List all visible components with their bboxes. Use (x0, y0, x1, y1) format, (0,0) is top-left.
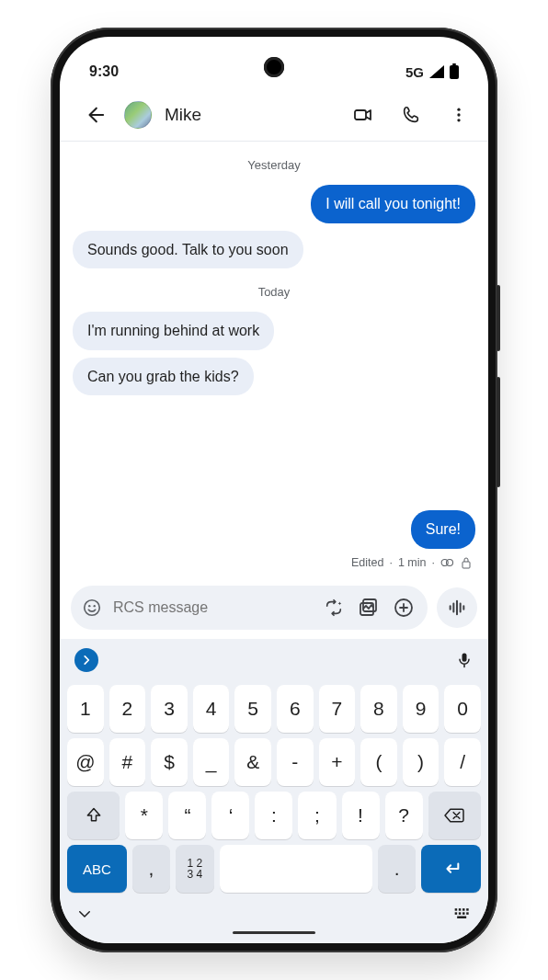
keyboard-suggestion-bar (65, 646, 483, 679)
message-in[interactable]: Sounds good. Talk to you soon (73, 231, 475, 269)
home-indicator[interactable] (233, 931, 315, 934)
message-out[interactable]: Sure! (73, 510, 475, 549)
comma-key[interactable]: , (132, 845, 171, 893)
key[interactable]: $ (151, 738, 188, 786)
message-in[interactable]: Can you grab the kids? (73, 358, 475, 396)
key[interactable]: 8 (360, 685, 397, 733)
message-bubble: I'm running behind at work (73, 312, 274, 350)
side-button-power (497, 377, 500, 487)
period-key[interactable]: . (378, 845, 417, 893)
screen: 9:30 5G Mike Yest (60, 37, 488, 943)
message-bubble: Can you grab the kids? (73, 358, 254, 396)
key[interactable]: & (234, 738, 271, 786)
phone-chassis: 9:30 5G Mike Yest (51, 28, 497, 952)
key[interactable]: ‘ (211, 792, 249, 839)
svg-rect-14 (462, 654, 467, 662)
contact-name[interactable]: Mike (165, 105, 334, 125)
svg-point-2 (457, 113, 460, 116)
key[interactable]: 1 (67, 685, 104, 733)
backspace-key[interactable] (428, 792, 481, 839)
keyboard-collapse-button[interactable] (76, 906, 93, 922)
plus-circle-icon (393, 597, 415, 619)
message-bubble: Sure! (411, 510, 475, 549)
key[interactable]: / (444, 738, 481, 786)
key[interactable]: - (277, 738, 314, 786)
key[interactable]: ( (360, 738, 397, 786)
date-separator: Today (73, 285, 475, 299)
emoji-button[interactable] (82, 598, 102, 618)
svg-point-7 (85, 600, 100, 616)
more-button[interactable] (440, 97, 477, 133)
keyboard: 1234567890 @#$_&-+()/ *“‘:;!? ABC , 1 2 … (60, 639, 488, 943)
numpad-key[interactable]: 1 2 3 4 (176, 845, 214, 893)
abc-key[interactable]: ABC (67, 845, 127, 893)
keyboard-mic-button[interactable] (455, 651, 474, 669)
compose-field[interactable] (71, 586, 428, 630)
status-time: 9:30 (89, 63, 119, 80)
arrow-left-icon (85, 105, 105, 125)
message-out[interactable]: I will call you tonight! (73, 185, 475, 223)
svg-rect-15 (455, 908, 458, 911)
date-separator: Yesterday (73, 158, 475, 172)
keyboard-footer (65, 898, 483, 926)
key[interactable]: + (319, 738, 356, 786)
avatar[interactable] (124, 101, 152, 129)
svg-rect-22 (466, 912, 469, 915)
message-thread[interactable]: Yesterday I will call you tonight! Sound… (60, 142, 488, 580)
enter-key[interactable] (421, 845, 481, 893)
compose-bar (60, 580, 488, 639)
key[interactable]: ) (403, 738, 440, 786)
svg-point-8 (88, 605, 90, 607)
key[interactable]: : (255, 792, 292, 839)
key[interactable]: ? (385, 792, 423, 839)
gallery-button[interactable] (352, 591, 385, 624)
video-icon (352, 104, 374, 126)
shift-icon (85, 806, 103, 825)
call-button[interactable] (393, 97, 429, 133)
key[interactable]: 7 (319, 685, 356, 733)
keyboard-row: @#$_&-+()/ (67, 738, 481, 786)
app-bar: Mike (60, 88, 488, 142)
key[interactable]: ; (298, 792, 336, 839)
key[interactable]: _ (193, 738, 230, 786)
key[interactable]: 6 (277, 685, 314, 733)
key[interactable]: * (125, 792, 163, 839)
backspace-icon (443, 806, 465, 825)
key[interactable]: “ (168, 792, 206, 839)
svg-point-9 (94, 605, 96, 607)
spacebar-key[interactable] (220, 845, 372, 893)
message-input[interactable] (111, 598, 308, 617)
key[interactable]: 2 (109, 685, 146, 733)
chevron-down-icon (76, 906, 93, 922)
chevron-right-icon (80, 654, 93, 667)
key[interactable]: 4 (193, 685, 230, 733)
phone-icon (401, 105, 421, 125)
more-vert-icon (450, 106, 468, 124)
voice-message-button[interactable] (437, 587, 477, 628)
keyboard-expand-button[interactable] (74, 648, 98, 672)
enter-icon (441, 859, 462, 879)
keyboard-switch-button[interactable] (453, 906, 472, 921)
svg-point-1 (457, 108, 460, 110)
message-in[interactable]: I'm running behind at work (73, 312, 475, 350)
timestamp: 1 min (398, 556, 427, 569)
back-button[interactable] (76, 97, 113, 133)
key[interactable]: 3 (151, 685, 188, 733)
svg-rect-17 (462, 908, 465, 911)
shift-key[interactable] (67, 792, 120, 839)
video-call-button[interactable] (345, 97, 382, 133)
message-meta: Edited · 1 min · (73, 556, 472, 569)
key[interactable]: 0 (444, 685, 481, 733)
key[interactable]: 5 (234, 685, 271, 733)
key[interactable]: 9 (403, 685, 440, 733)
front-camera (264, 57, 284, 77)
svg-rect-18 (466, 908, 469, 911)
key[interactable]: ! (342, 792, 380, 839)
key[interactable]: # (109, 738, 146, 786)
mic-icon (455, 651, 474, 669)
magic-compose-button[interactable] (317, 591, 350, 624)
signal-icon (429, 65, 444, 78)
key[interactable]: @ (67, 738, 104, 786)
svg-rect-20 (459, 912, 462, 915)
add-button[interactable] (387, 591, 420, 624)
